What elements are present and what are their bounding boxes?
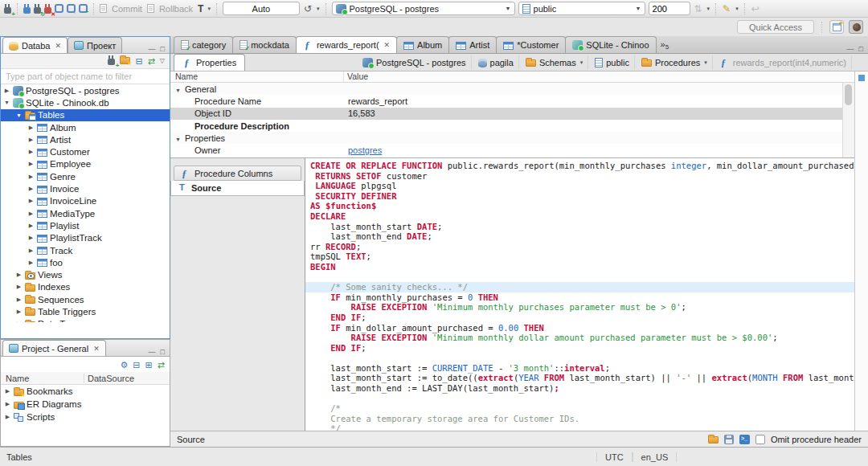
brush-dropdown-icon[interactable]: ▾ — [735, 6, 739, 12]
expand-arrow-icon[interactable]: ▶ — [27, 125, 35, 131]
rollback-button[interactable]: Rollback — [159, 4, 193, 14]
expand-arrow-icon[interactable]: ▼ — [175, 137, 181, 142]
commit-mode-combo[interactable]: Auto — [223, 2, 300, 15]
minimize-icon[interactable]: — — [149, 45, 156, 53]
gear-icon[interactable]: ⚙ — [120, 358, 128, 371]
code-line[interactable]: SECURITY DEFINER — [310, 191, 854, 202]
open-sql-script-icon[interactable] — [67, 4, 76, 13]
code-line[interactable]: last_month_start := to_date((extract(YEA… — [310, 373, 854, 383]
property-row-owner[interactable]: Ownerpostgres — [170, 144, 854, 156]
tree-item-data-types[interactable]: ▶Data Types — [1, 318, 170, 322]
tree-item-playlist[interactable]: ▶Playlist — [1, 219, 170, 231]
tree-item-invoiceline[interactable]: ▶InvoiceLine — [1, 195, 170, 207]
transaction-dropdown-icon[interactable]: ▾ — [207, 6, 211, 12]
dbeaver-perspective-icon[interactable] — [849, 20, 863, 34]
expand-arrow-icon[interactable]: ▶ — [15, 296, 23, 303]
editor-tab-rewards-report[interactable]: rewards_report(✕ — [296, 36, 397, 53]
property-row-procedure-description[interactable]: Procedure Description — [170, 120, 854, 132]
grid-scrollbar[interactable] — [842, 83, 854, 157]
expand-arrow-icon[interactable]: ▶ — [27, 260, 35, 266]
project-item-scripts[interactable]: ▶Scripts — [1, 411, 170, 423]
code-line[interactable]: IF min_monthly_purchases = 0 THEN — [310, 292, 854, 303]
tree-item-tables[interactable]: ▼Tables — [1, 109, 170, 121]
code-line[interactable]: last_month_start := CURRENT_DATE - '3 mo… — [310, 363, 854, 374]
breadcrumb-item-rewards-report-int4-numeric[interactable]: rewards_report(int4,numeric) — [714, 55, 852, 70]
load-from-file-icon[interactable] — [708, 436, 719, 444]
editor-scrollbar[interactable] — [854, 72, 868, 431]
new-connection-icon[interactable] — [4, 7, 11, 14]
section-tab-procedure-columns[interactable]: Procedure Columns — [174, 166, 301, 181]
maximize-icon[interactable]: □ — [859, 45, 863, 53]
code-line[interactable]: RAISE EXCEPTION 'Minimum monthly purchas… — [310, 302, 854, 313]
project-item-bookmarks[interactable]: ▶Bookmarks — [1, 385, 170, 398]
expand-arrow-icon[interactable]: ▶ — [27, 223, 35, 229]
expand-all-icon[interactable]: ⊞ — [145, 358, 153, 371]
commit-button[interactable]: Commit — [112, 4, 142, 14]
expand-arrow-icon[interactable]: ▶ — [27, 161, 35, 167]
editor-tab-sqlite-chinoo[interactable]: SQLite - Chinoo — [565, 36, 656, 53]
column-name[interactable]: Name — [170, 72, 344, 82]
sync-dropdown-icon[interactable]: ▾ — [707, 6, 710, 12]
editor-tab-category[interactable]: category — [174, 36, 233, 53]
collapse-all-icon[interactable]: ⊟ — [135, 55, 142, 67]
tree-item-views[interactable]: ▶Views — [1, 268, 170, 280]
tab-projects[interactable]: Проект — [68, 37, 122, 53]
code-line[interactable]: last_month_end := LAST_DAY(last_month_st… — [310, 383, 854, 394]
view-menu-icon[interactable]: ▽ — [160, 55, 165, 67]
property-value[interactable]: postgres — [344, 145, 854, 155]
expand-arrow-icon[interactable]: ▼ — [15, 112, 23, 118]
code-line[interactable]: CREATE OR REPLACE FUNCTION public.reward… — [310, 161, 854, 171]
rollback-icon[interactable] — [147, 4, 154, 13]
code-line[interactable]: IF min_dollar_amount_purchased = 0.00 TH… — [310, 323, 854, 333]
code-line[interactable] — [310, 353, 854, 363]
expand-arrow-icon[interactable]: ▶ — [27, 186, 35, 192]
code-line[interactable]: DECLARE — [310, 211, 854, 222]
tree-item-sqlite-chinook-db[interactable]: ▼SQLite - Chinook.db — [1, 96, 170, 108]
maximize-icon[interactable]: □ — [161, 45, 165, 53]
code-line[interactable]: rr RECORD; — [310, 242, 854, 252]
column-datasource[interactable]: DataSource — [84, 374, 134, 383]
combo-arrow-icon[interactable]: ▼ — [633, 6, 641, 11]
quick-access-input[interactable] — [737, 20, 814, 34]
link-with-editor-icon[interactable]: ⇄ — [148, 55, 155, 67]
tree-item-indexes[interactable]: ▶Indexes — [1, 281, 170, 293]
editor-tab-artist[interactable]: Artist — [448, 36, 497, 53]
expand-arrow-icon[interactable]: ▼ — [175, 88, 181, 93]
code-line[interactable]: AS $function$ — [310, 201, 854, 211]
column-value[interactable]: Value — [344, 72, 368, 82]
code-line[interactable]: RAISE EXCEPTION 'Minimum monthly dollar … — [310, 333, 854, 343]
connect-icon[interactable] — [23, 7, 31, 14]
section-tab-source[interactable]: Source — [170, 181, 305, 196]
project-item-er-diagrams[interactable]: ▶ER Diagrams — [1, 398, 170, 411]
brush-icon[interactable]: ✎ — [722, 1, 731, 17]
code-line[interactable] — [310, 272, 854, 283]
link-with-editor-icon[interactable]: ⇄ — [158, 358, 165, 371]
maximize-icon[interactable]: □ — [161, 348, 165, 356]
open-perspective-icon[interactable] — [829, 20, 844, 34]
sql-editor-icon[interactable] — [55, 4, 63, 13]
schema-combo[interactable]: public ▼ — [518, 2, 645, 15]
expand-arrow-icon[interactable]: ▶ — [3, 88, 10, 94]
property-row-procedure-name[interactable]: Procedure Namerewards_report — [170, 95, 854, 107]
undo-icon[interactable]: ↩ — [751, 1, 760, 17]
combo-arrow-icon[interactable]: ▼ — [502, 6, 511, 11]
expand-arrow-icon[interactable]: ▶ — [4, 401, 11, 407]
property-row-object-id[interactable]: Object ID16,583 — [170, 108, 854, 120]
source-code[interactable]: CREATE OR REPLACE FUNCTION public.reward… — [305, 158, 854, 431]
timezone-indicator[interactable]: UTC — [596, 452, 633, 462]
expand-arrow-icon[interactable]: ▶ — [4, 388, 11, 394]
code-line[interactable]: tmpSQL TEXT; — [310, 251, 854, 262]
expand-arrow-icon[interactable]: ▶ — [15, 321, 23, 322]
tree-item-genre[interactable]: ▶Genre — [1, 170, 170, 182]
tree-item-mediatype[interactable]: ▶MediaType — [1, 207, 170, 219]
close-tab-icon[interactable]: ✕ — [55, 42, 61, 50]
code-line[interactable]: /* Some sanity checks... */ — [305, 282, 854, 292]
property-row-general[interactable]: ▼General — [170, 83, 854, 95]
code-line[interactable]: RETURNS SETOF customer — [310, 171, 854, 182]
tree-item-foo[interactable]: ▶foo — [1, 256, 170, 268]
locale-indicator[interactable]: en_US — [633, 452, 678, 462]
breadcrumb-item-postgresql-postgres[interactable]: PostgreSQL - postgres — [358, 55, 471, 70]
expand-arrow-icon[interactable]: ▶ — [27, 211, 35, 217]
expand-arrow-icon[interactable]: ▶ — [27, 235, 35, 241]
fetch-size-input[interactable] — [649, 2, 690, 15]
